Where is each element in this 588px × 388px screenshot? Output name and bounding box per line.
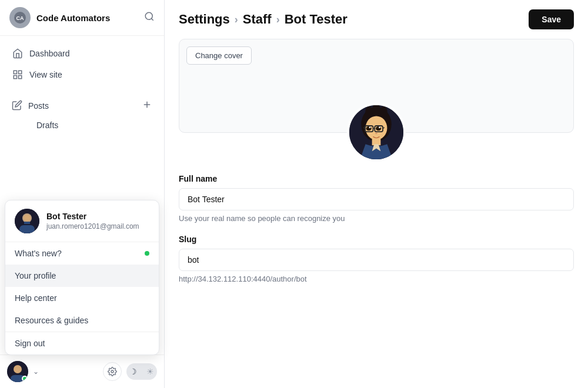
sign-out-label: Sign out [15,339,45,348]
add-post-icon[interactable] [142,99,152,112]
svg-point-34 [375,132,377,134]
slug-field: Slug http://34.132.112.110:4440/author/b… [179,235,574,283]
posts-header-left: Posts [12,100,49,112]
svg-text:CA: CA [16,15,24,21]
whats-new-label: What's new? [15,249,62,258]
svg-point-30 [366,126,372,131]
svg-rect-14 [24,222,30,224]
full-name-hint: Use your real name so people can recogni… [179,214,574,223]
sign-out-button[interactable]: Sign out [5,332,159,354]
grid-icon [12,69,24,81]
svg-point-31 [376,126,381,131]
online-indicator [22,376,28,382]
posts-label: Posts [28,101,49,111]
popup-whats-new[interactable]: What's new? [5,242,159,265]
svg-rect-6 [14,76,16,79]
sun-icon: ☀ [146,367,154,376]
svg-rect-4 [14,71,16,73]
popup-user-email: juan.romero1201@gmail.com [46,222,139,230]
popup-user-info: Bot Tester juan.romero1201@gmail.com [46,212,139,230]
breadcrumb-sep-1: › [235,14,238,26]
footer-avatar[interactable] [7,361,28,382]
svg-point-13 [24,215,31,222]
chevron-down-icon[interactable]: ⌄ [33,367,39,376]
sidebar-item-drafts[interactable]: Drafts [29,117,159,133]
breadcrumb-staff[interactable]: Staff [243,12,272,27]
sidebar-header: CA Code Automators [0,0,164,36]
popup-user-name: Bot Tester [46,212,139,221]
popup-avatar [15,209,39,233]
search-icon[interactable] [144,11,155,24]
popup-resources-guides[interactable]: Resources & guides [5,309,159,332]
svg-point-33 [379,126,380,128]
your-profile-label: Your profile [15,271,56,280]
svg-point-16 [14,365,22,373]
posts-sub: Drafts [5,117,159,133]
svg-point-18 [111,370,113,373]
svg-rect-7 [19,76,22,79]
save-button[interactable]: Save [529,9,574,29]
drafts-label: Drafts [36,121,58,130]
breadcrumb: Settings › Staff › Bot Tester [179,12,348,27]
settings-icon[interactable] [103,362,122,381]
moon-icon: ☽ [129,367,137,376]
profile-avatar-container [347,103,406,162]
slug-hint: http://34.132.112.110:4440/author/bot [179,275,574,283]
posts-header[interactable]: Posts [5,95,159,117]
main-header: Settings › Staff › Bot Tester Save [165,0,588,39]
full-name-label: Full name [179,174,574,183]
resources-guides-label: Resources & guides [15,316,88,325]
slug-label: Slug [179,235,574,244]
sidebar-footer: ⌄ ☽ ☀ [0,354,164,388]
profile-avatar[interactable] [347,103,406,162]
breadcrumb-bot-tester: Bot Tester [285,12,348,27]
breadcrumb-settings[interactable]: Settings [179,12,230,27]
sidebar-item-view-site-label: View site [29,70,62,79]
popup-your-profile[interactable]: Your profile [5,265,159,287]
theme-toggle[interactable]: ☽ ☀ [126,363,157,380]
sidebar-item-view-site[interactable]: View site [5,64,159,85]
user-popup: Bot Tester juan.romero1201@gmail.com Wha… [5,200,159,355]
full-name-input[interactable] [179,188,574,210]
breadcrumb-sep-2: › [276,14,280,26]
home-icon [12,48,24,59]
app-name: Code Automators [36,13,110,23]
help-center-label: Help center [15,293,57,303]
user-popup-header: Bot Tester juan.romero1201@gmail.com [5,200,159,242]
slug-input[interactable] [179,249,574,271]
posts-section: Posts Drafts [0,92,164,136]
sidebar-nav: Dashboard View site [0,36,164,92]
popup-help-center[interactable]: Help center [5,287,159,309]
cover-area: Change cover [179,39,574,133]
app-logo: CA [9,7,31,28]
sidebar-item-dashboard-label: Dashboard [29,49,70,58]
sidebar: CA Code Automators Dashboard [0,0,165,388]
svg-point-2 [145,12,152,19]
svg-rect-12 [19,225,35,233]
full-name-field: Full name Use your real name so people c… [179,174,574,223]
svg-rect-5 [19,71,22,73]
notification-dot [145,251,149,256]
svg-line-3 [151,18,153,20]
sidebar-logo[interactable]: CA Code Automators [9,7,110,28]
edit-icon [12,100,22,112]
svg-point-32 [369,126,371,128]
main-content: Settings › Staff › Bot Tester Save Chang… [165,0,588,388]
change-cover-button[interactable]: Change cover [186,46,252,65]
sidebar-item-dashboard[interactable]: Dashboard [5,43,159,64]
